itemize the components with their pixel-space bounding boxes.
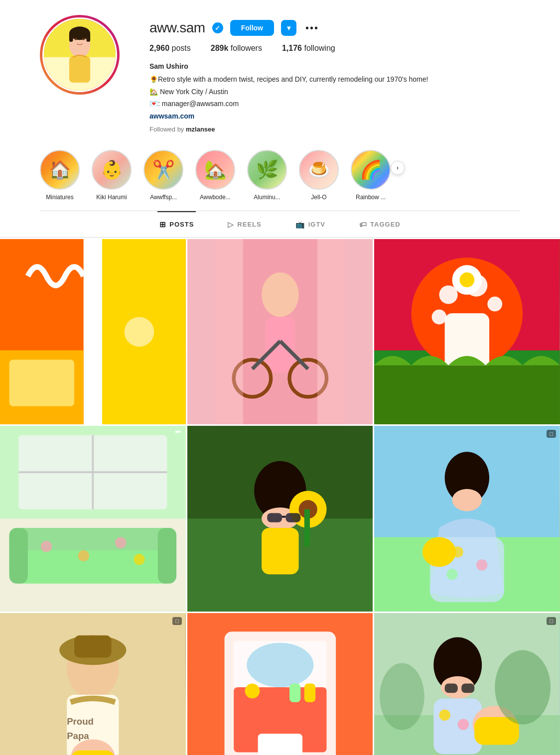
avatar-container[interactable] [40, 15, 120, 95]
followers-count: 289k [211, 44, 229, 52]
posts-count: 2,960 [149, 44, 169, 52]
photo-7: Proud Papa □ [0, 613, 186, 755]
photo-9-badge: □ [547, 617, 556, 625]
story-item-aluminu[interactable]: 🌿 Aluminu... [247, 150, 287, 201]
story-next-button[interactable]: › [391, 161, 405, 175]
reels-tab-icon: ▷ [228, 220, 234, 229]
story-label-awwffsp: Awwffsp... [150, 194, 177, 201]
followers-stat[interactable]: 289k followers [211, 44, 262, 53]
svg-point-69 [447, 569, 458, 580]
svg-text:Papa: Papa [67, 731, 89, 742]
svg-point-8 [75, 38, 77, 40]
posts-stat[interactable]: 2,960 posts [149, 44, 191, 53]
svg-point-68 [476, 560, 487, 571]
story-item-miniatures[interactable]: 🏠 Miniatures [40, 150, 80, 201]
photo-cell-4[interactable] [0, 426, 186, 612]
svg-rect-26 [317, 239, 345, 425]
igtv-tab-icon: 📺 [295, 220, 305, 229]
tab-reels[interactable]: ▷ REELS [226, 211, 263, 237]
tab-tagged[interactable]: 🏷 TAGGED [357, 211, 403, 237]
svg-rect-55 [262, 528, 299, 574]
svg-rect-7 [86, 32, 90, 42]
photo-cell-5[interactable] [187, 426, 373, 612]
svg-point-19 [262, 272, 299, 317]
svg-point-98 [439, 710, 450, 721]
svg-point-44 [41, 541, 52, 552]
tab-igtv[interactable]: 📺 IGTV [293, 211, 327, 237]
photo-cell-6[interactable]: □ [374, 426, 560, 612]
photo-cell-3[interactable] [374, 239, 560, 425]
svg-point-33 [488, 296, 503, 311]
followed-by: Followed by mzlansee [149, 125, 520, 135]
photo-5 [187, 426, 373, 612]
story-circle-alumin: 🌿 [247, 150, 287, 190]
story-circle-rainbow: 🌈 [351, 150, 391, 190]
svg-point-47 [134, 554, 144, 565]
svg-rect-6 [69, 32, 73, 42]
svg-rect-87 [258, 734, 302, 755]
svg-rect-92 [304, 684, 315, 702]
photo-cell-1[interactable] [0, 239, 186, 425]
story-circle-awwffsp: ✂️ [143, 150, 183, 190]
bio-location: 🏡 New York City / Austin [149, 86, 520, 97]
svg-point-34 [432, 309, 447, 324]
posts-label-text: posts [172, 44, 191, 52]
svg-point-90 [245, 684, 260, 699]
subscribe-button[interactable]: ▾ [281, 20, 296, 36]
svg-point-16 [125, 317, 154, 347]
story-label-aluminu: Aluminu... [254, 194, 280, 201]
story-item-kiki[interactable]: 👶 Kiki Harumi [92, 150, 132, 201]
bio-section: Sam Ushiro 🌻Retro style with a modern tw… [149, 61, 520, 135]
photo-3 [374, 239, 560, 425]
story-label-jello: Jell-O [311, 194, 326, 201]
followers-label-text: followers [231, 44, 262, 52]
svg-point-65 [452, 489, 482, 511]
svg-rect-101 [461, 684, 474, 693]
svg-point-36 [460, 272, 475, 287]
bio-text: 🌻Retro style with a modern twist, recipe… [149, 74, 520, 85]
following-stat[interactable]: 1,176 following [282, 44, 335, 53]
svg-rect-59 [267, 513, 282, 523]
svg-rect-3 [69, 56, 90, 83]
svg-point-99 [458, 719, 469, 730]
svg-point-46 [115, 537, 126, 548]
followed-by-user[interactable]: mzlansee [186, 126, 215, 133]
photo-cell-7[interactable]: Proud Papa □ [0, 613, 186, 755]
svg-rect-42 [9, 528, 28, 584]
more-options-button[interactable]: ••• [303, 20, 321, 36]
story-label-rainbow: Rainbow ... [356, 194, 386, 201]
story-item-rainbow[interactable]: 🌈 Rainbow ... › [351, 150, 391, 201]
avatar-image [44, 19, 116, 91]
bio-link[interactable]: awwsam.com [149, 111, 520, 122]
follow-button[interactable]: Follow [230, 20, 274, 36]
svg-rect-43 [158, 528, 176, 584]
photo-4 [0, 426, 186, 612]
photo-4-badge [175, 431, 181, 433]
photo-cell-8[interactable] [187, 613, 373, 755]
story-circle-jello: 🍮 [299, 150, 339, 190]
svg-rect-20 [265, 317, 295, 373]
svg-rect-81 [71, 751, 115, 755]
svg-point-86 [247, 643, 313, 687]
username: aww.sam [149, 20, 205, 36]
story-item-jello[interactable]: 🍮 Jell-O [299, 150, 339, 201]
story-label-miniatures: Miniatures [46, 194, 73, 201]
svg-point-104 [495, 650, 551, 725]
profile-header-row: aww.sam ✓ Follow ▾ ••• [149, 20, 520, 36]
posts-tab-icon: ⊞ [159, 220, 166, 229]
photo-cell-9[interactable]: □ [374, 613, 560, 755]
svg-rect-58 [304, 509, 309, 547]
svg-point-9 [82, 38, 85, 40]
svg-rect-41 [9, 528, 176, 550]
profile-section: aww.sam ✓ Follow ▾ ••• 2,960 posts 289k … [0, 0, 560, 145]
verified-badge: ✓ [212, 22, 223, 33]
story-item-awwbode[interactable]: 🏡 Awwbode... [195, 150, 235, 201]
story-label-awwbode: Awwbode... [200, 194, 231, 201]
tab-posts[interactable]: ⊞ POSTS [157, 211, 196, 237]
svg-rect-60 [285, 513, 300, 523]
photo-cell-2[interactable] [187, 239, 373, 425]
stats-row: 2,960 posts 289k followers 1,176 followi… [149, 44, 520, 53]
story-item-awwffsp[interactable]: ✂️ Awwffsp... [143, 150, 183, 201]
photo-8 [187, 613, 373, 755]
svg-point-45 [78, 550, 89, 561]
